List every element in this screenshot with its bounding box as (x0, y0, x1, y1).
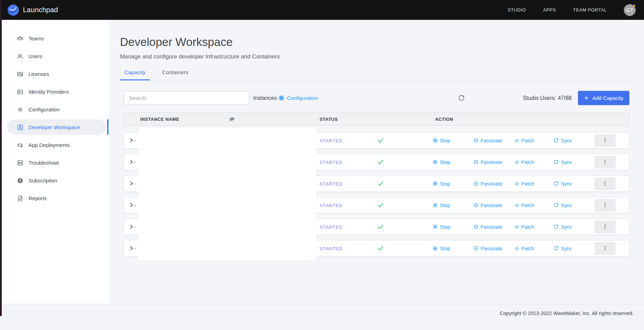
sidebar-item-troubleshoot[interactable]: Troubleshoot (0, 154, 108, 172)
status-text: STARTED (320, 246, 343, 251)
patch-action-link[interactable]: Patch (514, 159, 534, 165)
configuration-link[interactable]: Configuration (279, 91, 318, 105)
vertical-dots-icon (602, 245, 608, 252)
status-check-icon (377, 137, 384, 144)
patch-action-link[interactable]: Patch (514, 224, 534, 230)
stop-icon (433, 181, 438, 186)
redacted-text-artifact (134, 162, 136, 163)
column-instance-name: INSTANCE NAME (140, 113, 179, 125)
status-check-icon (377, 159, 384, 166)
row-menu-button[interactable] (595, 134, 615, 147)
nav-apps[interactable]: APPS (543, 7, 556, 13)
sidebar-item-label: Reports (29, 195, 47, 201)
status-text: STARTED (320, 138, 343, 143)
brand[interactable]: Launchpad (7, 4, 58, 16)
sidebar-item-label: Subscription (29, 178, 57, 183)
sidebar-item-label: Identity Providers (29, 89, 69, 95)
developer-workspace-icon (17, 124, 24, 131)
stop-action-link[interactable]: Stop (433, 203, 450, 208)
sync-action-link[interactable]: Sync (554, 138, 572, 143)
vertical-dots-icon (602, 181, 608, 187)
patch-icon (514, 224, 519, 229)
svg-text:$: $ (19, 179, 21, 182)
tab-capacity[interactable]: Capacity (120, 68, 150, 80)
stop-action-link[interactable]: Stop (433, 138, 450, 143)
patch-action-link[interactable]: Patch (514, 138, 534, 143)
sidebar-item-reports[interactable]: Reports (0, 189, 108, 207)
stop-action-link[interactable]: Stop (433, 181, 450, 187)
stop-icon (433, 224, 438, 229)
passivate-action-link[interactable]: Passivate (473, 246, 502, 251)
sidebar-item-app-deployments[interactable]: App Deployments (0, 136, 108, 154)
status-text: STARTED (320, 203, 343, 208)
status-check-icon (377, 223, 384, 230)
action-label: Sync (561, 246, 572, 251)
patch-action-link[interactable]: Patch (514, 246, 534, 251)
patch-action-link[interactable]: Patch (514, 181, 534, 187)
vertical-dots-icon (602, 159, 608, 166)
vertical-dots-icon (602, 138, 608, 144)
stop-action-link[interactable]: Stop (433, 224, 450, 230)
sidebar-item-identity-providers[interactable]: Identity Providers (0, 83, 108, 101)
sidebar-item-licenses[interactable]: Licenses (0, 65, 108, 83)
sync-action-link[interactable]: Sync (554, 203, 572, 208)
passivate-action-link[interactable]: Passivate (473, 138, 502, 143)
users-icon (17, 53, 24, 60)
passivate-action-link[interactable]: Passivate (473, 181, 502, 187)
status-check-icon (377, 245, 384, 252)
row-menu-button[interactable] (595, 156, 615, 168)
action-label: Sync (561, 203, 572, 208)
row-menu-button[interactable] (595, 221, 615, 233)
sync-action-link[interactable]: Sync (554, 246, 572, 251)
row-menu-button[interactable] (595, 178, 615, 190)
stop-icon (433, 159, 438, 165)
sidebar-item-teams[interactable]: Teams (0, 30, 108, 47)
sync-action-link[interactable]: Sync (554, 159, 572, 165)
sync-icon (554, 181, 559, 186)
licenses-icon (17, 71, 24, 78)
left-edge-strip (0, 0, 2, 316)
nav-studio[interactable]: STUDIO (508, 7, 526, 13)
passivate-action-link[interactable]: Passivate (473, 159, 502, 165)
sidebar-item-configuration[interactable]: Configuration (0, 101, 108, 118)
action-label: Sync (561, 138, 572, 143)
top-bar: Launchpad STUDIO APPS TEAM PORTAL GT (0, 0, 644, 20)
refresh-button[interactable] (457, 93, 466, 103)
sidebar-item-developer-workspace[interactable]: Developer Workspace (0, 118, 108, 136)
passivate-action-link[interactable]: Passivate (473, 203, 502, 208)
status-text: STARTED (320, 224, 343, 229)
table-header: INSTANCE NAME IP STATUS ACTION (124, 112, 629, 126)
action-label: Patch (521, 224, 534, 230)
action-label: Stop (440, 246, 450, 251)
sync-action-link[interactable]: Sync (554, 224, 572, 230)
patch-icon (514, 181, 519, 186)
vertical-dots-icon (602, 202, 608, 209)
sidebar-item-label: Troubleshoot (29, 160, 59, 166)
action-label: Passivate (481, 246, 502, 251)
tab-containers[interactable]: Containers (158, 68, 193, 80)
sync-action-link[interactable]: Sync (554, 181, 572, 187)
column-status: STATUS (320, 113, 338, 125)
passivate-icon (473, 224, 478, 229)
action-label: Sync (561, 181, 572, 187)
sidebar-item-subscription[interactable]: $Subscription (0, 172, 108, 189)
passivate-icon (473, 203, 478, 208)
configuration-label: Configuration (287, 95, 318, 101)
sidebar-item-label: Configuration (29, 107, 59, 112)
add-capacity-button[interactable]: Add Capacity (578, 91, 629, 105)
sync-icon (554, 224, 559, 229)
action-label: Passivate (481, 181, 502, 187)
passivate-action-link[interactable]: Passivate (473, 224, 502, 230)
action-label: Passivate (481, 224, 502, 230)
stop-action-link[interactable]: Stop (433, 159, 450, 165)
row-menu-button[interactable] (595, 242, 615, 255)
action-label: Patch (521, 138, 534, 143)
user-avatar[interactable]: GT (624, 4, 636, 16)
stop-action-link[interactable]: Stop (433, 246, 450, 251)
sidebar-item-users[interactable]: Users (0, 47, 108, 65)
patch-action-link[interactable]: Patch (514, 203, 534, 208)
row-menu-button[interactable] (595, 199, 615, 212)
action-label: Sync (561, 159, 572, 165)
search-input[interactable] (124, 91, 249, 105)
nav-team-portal[interactable]: TEAM PORTAL (573, 7, 607, 13)
